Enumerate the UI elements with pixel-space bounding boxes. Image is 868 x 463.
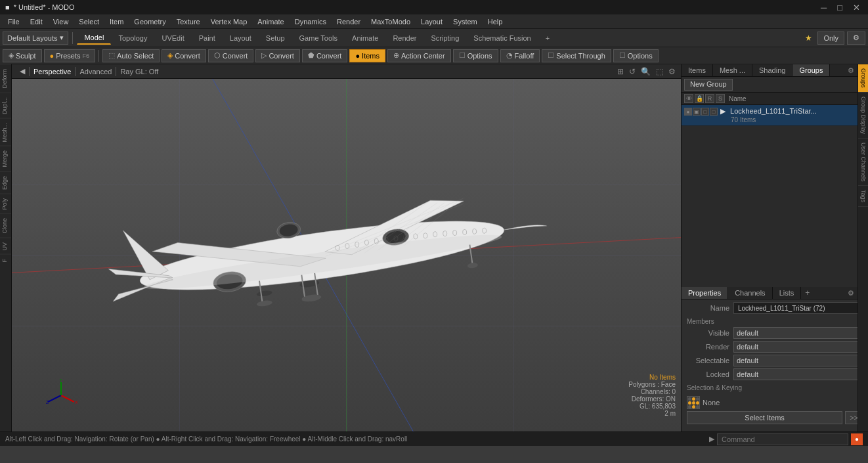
header-icon-render[interactable]: R: [705, 94, 714, 103]
only-button[interactable]: Only: [817, 32, 844, 45]
left-panel-clone[interactable]: Clone: [0, 213, 11, 238]
options2-button[interactable]: ☐ Options: [613, 49, 659, 62]
vp-icon-settings[interactable]: ⚙: [667, 67, 677, 76]
3d-scene[interactable]: No Items Polygons : Face Channels: 0 Def…: [12, 79, 681, 431]
menu-view[interactable]: View: [48, 16, 74, 27]
tab-uvedit[interactable]: UVEdit: [154, 32, 191, 45]
props-add-button[interactable]: +: [801, 287, 814, 299]
tab-shading[interactable]: Shading: [752, 64, 792, 76]
item-expand-icon[interactable]: ▶: [720, 107, 726, 115]
falloff-button[interactable]: ◔ Falloff: [500, 49, 540, 62]
vp-icon-refresh[interactable]: ↺: [628, 67, 637, 76]
tab-groups[interactable]: Groups: [792, 64, 830, 76]
left-panel-duplicate[interactable]: Dupl...: [0, 93, 11, 118]
menu-item[interactable]: Item: [104, 16, 129, 27]
item-icon3[interactable]: □: [701, 108, 709, 116]
settings-button[interactable]: ⚙: [847, 32, 865, 45]
selectable-dropdown[interactable]: default ▾: [733, 355, 865, 366]
maximize-button[interactable]: □: [835, 3, 845, 12]
tab-mesh[interactable]: Mesh ...: [713, 64, 752, 76]
tab-paint[interactable]: Paint: [192, 32, 223, 45]
command-arrow-icon[interactable]: ▶: [709, 435, 714, 443]
new-group-button[interactable]: New Group: [684, 79, 733, 91]
tab-model[interactable]: Model: [77, 32, 111, 45]
close-button[interactable]: ✕: [850, 3, 863, 12]
convert-btn3[interactable]: ▷ Convert: [255, 49, 300, 62]
panel-settings-icon[interactable]: ⚙: [845, 66, 857, 75]
left-panel-merge[interactable]: Merge: [0, 146, 11, 171]
visible-dropdown[interactable]: default ▾: [733, 327, 865, 339]
command-input[interactable]: [717, 433, 848, 445]
group-list-item[interactable]: ● ▣ □ □ ▶ Lockheed_L1011_TriStar... 70 I…: [682, 105, 868, 126]
menu-edit[interactable]: Edit: [25, 16, 48, 27]
locked-dropdown[interactable]: default ▾: [733, 368, 865, 380]
convert-btn1[interactable]: ◈ Convert: [162, 49, 206, 62]
command-record-button[interactable]: ●: [851, 433, 863, 445]
left-panel-deform[interactable]: Deform: [0, 64, 11, 93]
header-icon-select[interactable]: S: [716, 94, 725, 103]
tab-items[interactable]: Items: [682, 64, 713, 76]
items-button[interactable]: ● Items: [349, 49, 385, 62]
left-panel-uv[interactable]: UV: [0, 238, 11, 255]
side-tab-group-display[interactable]: Group Display: [858, 93, 868, 139]
convert-btn2[interactable]: ⬡ Convert: [208, 49, 254, 62]
item-icon2[interactable]: ▣: [693, 108, 701, 116]
menu-help[interactable]: Help: [483, 16, 508, 27]
presets-button[interactable]: ● Presets F6: [44, 49, 95, 62]
left-panel-poly[interactable]: Poly: [0, 194, 11, 214]
menu-vertexmap[interactable]: Vertex Map: [206, 16, 253, 27]
select-items-button[interactable]: Select Items: [687, 411, 842, 424]
layout-dropdown[interactable]: Default Layouts ▾: [3, 32, 68, 45]
render-dropdown[interactable]: default ▾: [733, 341, 865, 353]
tab-animate[interactable]: Animate: [345, 32, 385, 45]
menu-animate[interactable]: Animate: [252, 16, 289, 27]
vp-icon-zoom[interactable]: 🔍: [640, 67, 652, 76]
options1-button[interactable]: ☐ Options: [453, 49, 498, 62]
menu-select[interactable]: Select: [74, 16, 104, 27]
convert-btn4[interactable]: ⬟ Convert: [302, 49, 348, 62]
tab-channels[interactable]: Channels: [728, 287, 772, 299]
advanced-control[interactable]: Advanced: [76, 68, 116, 76]
side-tab-user-channels[interactable]: User Channels: [858, 139, 868, 187]
menu-render[interactable]: Render: [332, 16, 366, 27]
sculpt-button[interactable]: ◈ Sculpt: [3, 49, 42, 62]
left-panel-edge[interactable]: Edge: [0, 171, 11, 194]
menu-texture[interactable]: Texture: [171, 16, 206, 27]
side-tab-groups[interactable]: Groups: [858, 64, 868, 93]
perspective-control[interactable]: Perspective: [30, 68, 75, 76]
tab-add[interactable]: +: [538, 32, 557, 45]
props-expand-icon[interactable]: ⚙: [845, 288, 857, 299]
raygl-control[interactable]: Ray GL: Off: [116, 68, 162, 76]
select-through-button[interactable]: ☐ Select Through: [542, 49, 611, 62]
vp-icon-frame[interactable]: ⬚: [655, 67, 664, 76]
menu-maxtomodo[interactable]: MaxToModo: [366, 16, 416, 27]
item-icon4[interactable]: □: [710, 108, 718, 116]
autoselect-button[interactable]: ⬚ Auto Select: [102, 49, 160, 62]
tab-lists[interactable]: Lists: [773, 287, 802, 299]
left-panel-f[interactable]: F: [0, 254, 11, 267]
tab-topology[interactable]: Topology: [111, 32, 154, 45]
tab-properties[interactable]: Properties: [682, 287, 728, 299]
menu-dynamics[interactable]: Dynamics: [290, 16, 332, 27]
item-eye-icon[interactable]: ●: [684, 108, 692, 116]
vp-icon-four[interactable]: ⊞: [616, 67, 625, 76]
tab-setup[interactable]: Setup: [259, 32, 292, 45]
menu-geometry[interactable]: Geometry: [129, 16, 171, 27]
menu-file[interactable]: File: [3, 16, 25, 27]
left-panel-mesh[interactable]: Mesh...: [0, 118, 11, 146]
tab-layout[interactable]: Layout: [223, 32, 259, 45]
side-tab-tags[interactable]: Tags: [858, 186, 868, 207]
tab-scripting[interactable]: Scripting: [424, 32, 467, 45]
header-icon-eye[interactable]: 👁: [684, 94, 693, 103]
statusbar-text: Alt-Left Click and Drag: Navigation: Rot…: [5, 435, 407, 443]
tab-gametools[interactable]: Game Tools: [292, 32, 345, 45]
tab-schematic[interactable]: Schematic Fusion: [466, 32, 538, 45]
tab-render[interactable]: Render: [385, 32, 423, 45]
action-center-button[interactable]: ⊕ Action Center: [387, 49, 451, 62]
header-icon-lock[interactable]: 🔒: [695, 94, 704, 103]
menu-layout[interactable]: Layout: [416, 16, 448, 27]
viewport-toggle[interactable]: ◀: [16, 67, 29, 76]
menu-system[interactable]: System: [448, 16, 483, 27]
name-value[interactable]: Lockheed_L1011_TriStar (72): [733, 302, 865, 314]
minimize-button[interactable]: ─: [818, 3, 829, 12]
